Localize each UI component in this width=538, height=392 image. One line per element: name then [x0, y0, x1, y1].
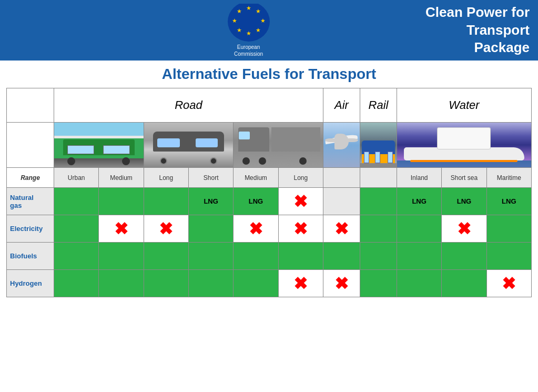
- fuel-label-electricity: Electricity: [7, 215, 54, 243]
- header: ★ ★ ★ ★ ★ ★ ★ ★ European Commission Clea…: [0, 0, 538, 61]
- img-boat-cell: [397, 123, 531, 168]
- h2-air: ✖: [323, 270, 360, 297]
- ng-med1: [99, 188, 144, 215]
- category-header-row: Road Air Rail Water: [7, 88, 532, 123]
- ng-long1: [144, 188, 188, 215]
- elec-med2: ✖: [234, 215, 278, 243]
- svg-text:★: ★: [256, 27, 261, 33]
- eu-emblem-icon: ★ ★ ★ ★ ★ ★ ★ ★: [225, 4, 272, 43]
- bio-long2: [278, 243, 323, 270]
- elec-inland: [397, 215, 441, 243]
- bio-urban: [54, 243, 99, 270]
- elec-rail: [360, 215, 397, 243]
- h2-long2: ✖: [278, 270, 323, 297]
- cat-water: Water: [397, 88, 531, 123]
- bio-rail: [360, 243, 397, 270]
- logo-text-line1: European: [237, 44, 260, 50]
- header-title-line2: Transport: [425, 22, 530, 39]
- x-icon: ✖: [293, 219, 308, 238]
- ng-urban: [54, 188, 99, 215]
- svg-text:★: ★: [232, 17, 237, 24]
- x-icon: ✖: [502, 274, 516, 293]
- bio-med1: [99, 243, 144, 270]
- row-biofuels: Biofuels: [7, 243, 532, 270]
- bio-long1: [144, 243, 188, 270]
- range-row: Range Urban Medium Long Short Medium Lon…: [7, 168, 532, 188]
- cat-empty: [7, 88, 54, 123]
- elec-long1: ✖: [144, 215, 188, 243]
- cat-rail: Rail: [360, 88, 397, 123]
- svg-text:★: ★: [246, 5, 251, 11]
- h2-rail: [360, 270, 397, 297]
- bio-med2: [234, 243, 278, 270]
- ng-air: [323, 188, 360, 215]
- truck-wheel2: [259, 157, 266, 165]
- x-icon: ✖: [159, 219, 173, 238]
- range-long1: Long: [144, 168, 188, 188]
- logo-text-line2: Commission: [234, 51, 263, 57]
- elec-urban: [54, 215, 99, 243]
- ng-inland: LNG: [397, 188, 441, 215]
- x-icon: ✖: [334, 219, 349, 238]
- fuel-label-hydrogen: Hydrogen: [7, 270, 54, 297]
- bio-air: [323, 243, 360, 270]
- ng-shortsea: LNG: [442, 188, 486, 215]
- svg-text:★: ★: [260, 17, 266, 24]
- h2-long1: [144, 270, 188, 297]
- table-wrap: Road Air Rail Water: [0, 86, 538, 299]
- car-wheel1: [160, 157, 167, 165]
- img-empty: [7, 123, 54, 168]
- elec-med1: ✖: [99, 215, 144, 243]
- row-natural-gas: Naturalgas LNG LNG ✖ LNG LNG LNG: [7, 188, 532, 215]
- fuel-label-natural-gas: Naturalgas: [7, 188, 54, 215]
- x-icon: ✖: [334, 274, 349, 293]
- range-inland: Inland: [397, 168, 441, 188]
- bio-inland: [397, 243, 441, 270]
- ng-long2: ✖: [278, 188, 323, 215]
- img-train-cell: [360, 123, 397, 168]
- page-title-area: Alternative Fuels for Transport: [0, 61, 538, 86]
- h2-inland: [397, 270, 441, 297]
- range-air: [323, 168, 360, 188]
- x-icon: ✖: [457, 219, 471, 238]
- h2-med2: [234, 270, 278, 297]
- ng-rail: [360, 188, 397, 215]
- x-icon: ✖: [249, 219, 263, 238]
- elec-air: ✖: [323, 215, 360, 243]
- header-title-line3: Package: [425, 39, 530, 57]
- car-wheel2: [210, 157, 217, 165]
- range-shortsea: Short sea: [442, 168, 486, 188]
- cat-air: Air: [323, 88, 360, 123]
- eu-logo: ★ ★ ★ ★ ★ ★ ★ ★ European Commission: [225, 4, 272, 57]
- cat-road: Road: [54, 88, 323, 123]
- page-title: Alternative Fuels for Transport: [162, 66, 377, 82]
- header-title: Clean Power for Transport Package: [425, 4, 530, 57]
- range-rail: [360, 168, 397, 188]
- x-icon: ✖: [293, 192, 308, 211]
- svg-text:★: ★: [237, 8, 242, 14]
- row-hydrogen: Hydrogen ✖ ✖ ✖: [7, 270, 532, 297]
- img-plane-cell: [323, 123, 360, 168]
- bio-short: [188, 243, 233, 270]
- ng-med2: LNG: [234, 188, 278, 215]
- truck-wheel3: [299, 157, 307, 165]
- ng-short: LNG: [188, 188, 233, 215]
- elec-short: [188, 215, 233, 243]
- ng-maritime: LNG: [486, 188, 531, 215]
- x-icon: ✖: [293, 274, 308, 293]
- bus-icon: [67, 157, 75, 165]
- h2-short: [188, 270, 233, 297]
- img-truck-cell: [234, 123, 323, 168]
- range-medium2: Medium: [234, 168, 278, 188]
- bio-shortsea: [442, 243, 486, 270]
- h2-urban: [54, 270, 99, 297]
- bus-wheel2: [122, 157, 130, 165]
- image-row: [7, 123, 532, 168]
- range-medium1: Medium: [99, 168, 144, 188]
- fuels-table: Road Air Rail Water: [6, 88, 532, 297]
- header-title-line1: Clean Power for: [425, 4, 530, 22]
- svg-text:★: ★: [246, 30, 251, 36]
- svg-text:★: ★: [237, 27, 242, 33]
- truck-wheel1: [242, 157, 250, 165]
- svg-text:★: ★: [256, 8, 261, 14]
